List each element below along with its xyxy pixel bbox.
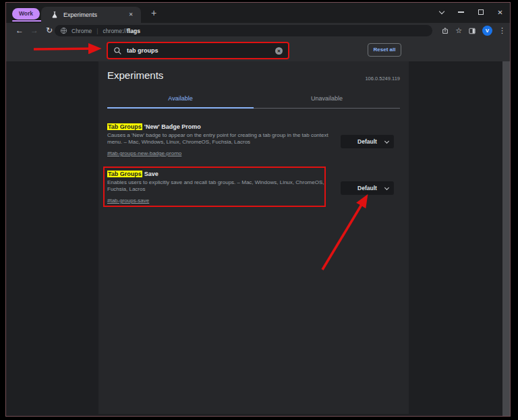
experiment-title-rest: 'New' Badge Promo — [144, 123, 201, 130]
clear-search-icon[interactable]: ✕ — [275, 47, 283, 55]
maximize-icon — [478, 9, 484, 15]
search-icon — [113, 47, 122, 55]
toolbar-right-icons: ☆ V ⋮ — [441, 23, 506, 38]
experiment-title: Tab Groups'New' Badge Promo — [107, 123, 400, 130]
experiment-permalink[interactable]: #tab-groups-save — [107, 198, 149, 204]
experiment-title-rest: Save — [144, 171, 159, 177]
close-window-button[interactable]: ✕ — [490, 3, 510, 22]
flags-search-box[interactable]: ✕ — [107, 42, 289, 59]
tab-title: Experiments — [63, 7, 97, 23]
share-icon[interactable] — [441, 27, 449, 35]
experiment-select[interactable]: Default — [341, 181, 394, 195]
inactive-tab-underline — [254, 108, 400, 109]
experiment-title: Tab GroupsSave — [107, 171, 400, 177]
tab-strip: Work Experiments ✕ + ✕ — [6, 3, 510, 23]
search-match-highlight: Tab Groups — [107, 171, 142, 177]
tab-search-button[interactable] — [432, 3, 451, 22]
forward-button[interactable]: → — [28, 23, 41, 38]
side-panel-icon[interactable] — [468, 27, 476, 35]
maximize-button[interactable] — [471, 3, 490, 22]
reload-button[interactable]: ↻ — [42, 23, 56, 38]
tab-close-icon[interactable]: ✕ — [126, 7, 136, 23]
flags-search-bar: ✕ Reset all — [6, 38, 510, 61]
tab-experiments[interactable]: Experiments ✕ — [41, 7, 141, 23]
bookmark-star-icon[interactable]: ☆ — [455, 23, 462, 38]
url-site-label: Chrome — [71, 28, 92, 34]
chevron-down-icon — [438, 8, 444, 13]
url-separator: | — [96, 28, 98, 34]
experiment-permalink[interactable]: #tab-groups-new-badge-promo — [107, 150, 181, 156]
search-input[interactable] — [127, 47, 275, 54]
back-button[interactable]: ← — [13, 23, 26, 38]
chrome-version: 106.0.5249.119 — [365, 76, 400, 82]
search-match-highlight: Tab Groups — [107, 123, 142, 130]
window-controls: ✕ — [432, 3, 510, 22]
browser-window: Work Experiments ✕ + ✕ ← → ↻ — [5, 2, 511, 417]
globe-icon — [60, 27, 67, 34]
minimize-button[interactable] — [451, 3, 471, 22]
url-page: flags — [127, 28, 140, 34]
page-title: Experiments — [107, 69, 163, 81]
experiment-description: Enables users to explicitly save and rec… — [107, 179, 334, 193]
tab-available[interactable]: Available — [107, 95, 254, 102]
new-tab-button[interactable]: + — [146, 4, 162, 22]
tab-unavailable[interactable]: Unavailable — [254, 95, 400, 102]
tab-group-label[interactable]: Work — [12, 8, 40, 20]
tab-group-underline — [12, 20, 45, 22]
scrollbar[interactable] — [502, 61, 510, 416]
experiments-panel: Experiments 106.0.5249.119 Available Una… — [98, 61, 409, 414]
profile-avatar[interactable]: V — [482, 26, 492, 36]
flags-page: Experiments 106.0.5249.119 Available Una… — [6, 61, 510, 416]
active-tab-underline — [107, 107, 254, 109]
menu-icon[interactable]: ⋮ — [498, 23, 506, 38]
browser-toolbar: ← → ↻ Chrome | chrome:// flags ☆ — [6, 23, 510, 38]
reset-all-button[interactable]: Reset all — [368, 43, 401, 57]
url-scheme: chrome:// — [103, 28, 127, 34]
experiment-description: Causes a 'New' badge to appear on the en… — [107, 132, 334, 146]
address-bar[interactable]: Chrome | chrome:// flags — [55, 25, 432, 36]
screenshot-stage: Work Experiments ✕ + ✕ ← → ↻ — [0, 0, 518, 420]
flask-icon — [51, 11, 59, 19]
experiment-select[interactable]: Default — [341, 135, 394, 148]
minimize-icon — [458, 11, 464, 13]
